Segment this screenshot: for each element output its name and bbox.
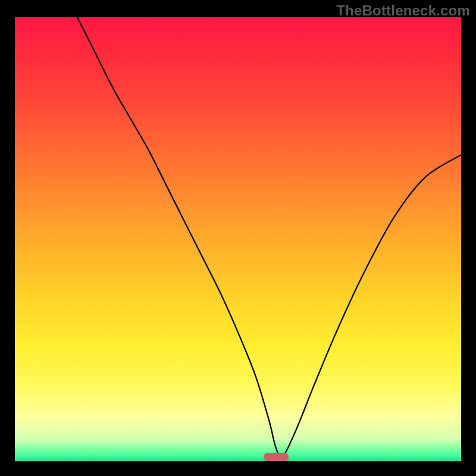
plot-area — [15, 17, 461, 461]
optimal-marker — [264, 453, 289, 461]
chart-frame: TheBottleneck.com — [0, 0, 476, 476]
watermark-text: TheBottleneck.com — [336, 2, 470, 19]
bottleneck-curve — [15, 17, 461, 461]
